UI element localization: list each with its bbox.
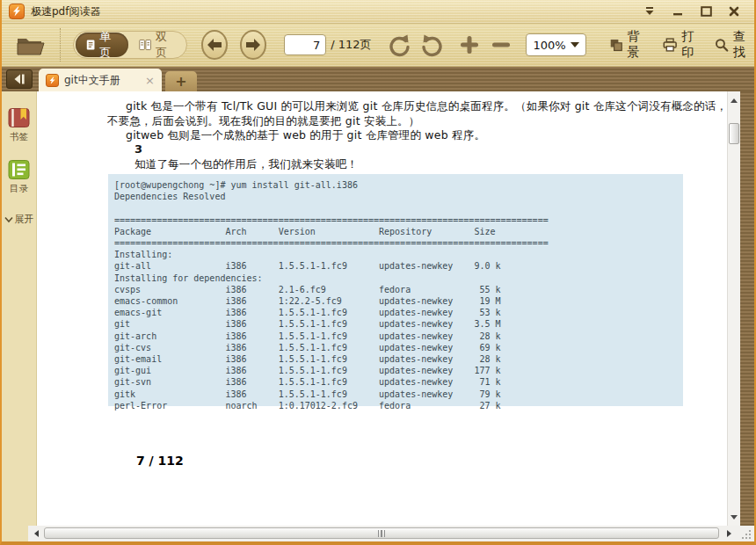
- toc-label: 目录: [10, 183, 28, 195]
- main-toolbar: 单页 双页 / 112页 100%: [2, 24, 754, 67]
- maximize-button[interactable]: [696, 4, 716, 19]
- rotate-right-button[interactable]: [420, 33, 445, 57]
- zoom-in-button[interactable]: [459, 34, 480, 55]
- doc-text-line: gitweb 包则是一个成熟的基于 web 的用于 git 仓库管理的 web …: [126, 128, 485, 143]
- single-page-button[interactable]: 单页: [76, 33, 128, 57]
- open-file-button[interactable]: [14, 32, 47, 58]
- title-bar: 极速pdf阅读器: [2, 0, 754, 24]
- thumb-grip-icon: [384, 530, 386, 537]
- background-button[interactable]: 背景: [609, 29, 649, 61]
- triangle-left-icon: [34, 530, 39, 537]
- resize-grip-icon[interactable]: [738, 527, 752, 540]
- previous-page-button[interactable]: [201, 30, 228, 60]
- toc-list-icon: [7, 159, 31, 180]
- printer-icon: [663, 37, 677, 53]
- scroll-right-button[interactable]: [722, 527, 736, 541]
- page-mode-toggle: 单页 双页: [73, 31, 187, 59]
- zoom-out-button[interactable]: [491, 34, 512, 55]
- window-controls: [640, 4, 747, 19]
- toc-button[interactable]: 目录: [7, 159, 31, 195]
- find-button[interactable]: 查找: [715, 29, 754, 61]
- vertical-scrollbar[interactable]: [727, 91, 740, 526]
- toolbar-separator: [60, 28, 61, 62]
- doc-text-line: 不要急，后面会说到。现在我们的目的就是要把 git 安装上。）: [107, 114, 419, 129]
- double-page-label: 双页: [156, 29, 174, 61]
- tab-title: git中文手册: [64, 73, 120, 88]
- triangle-up-icon: [731, 98, 738, 103]
- pdf-doc-icon: [46, 74, 59, 87]
- background-label: 背景: [628, 29, 649, 61]
- terminal-text: [root@wupengchong ~]# yum install git-al…: [108, 174, 683, 411]
- doc-text-line: gitk 包是一个带有 Tcl/Tk GUI 的可以用来浏览 git 仓库历史信…: [126, 99, 727, 114]
- print-label: 打印: [681, 29, 702, 61]
- thumb-grip-icon: [378, 530, 380, 537]
- double-page-button[interactable]: 双页: [128, 33, 185, 57]
- collapse-sidebar-button[interactable]: [6, 69, 33, 89]
- page-total-label: / 112页: [331, 37, 371, 53]
- tab-git-manual[interactable]: git中文手册 ×: [39, 69, 162, 91]
- print-button[interactable]: 打印: [663, 29, 703, 61]
- single-page-label: 单页: [99, 29, 118, 61]
- bookmarks-label: 书签: [10, 131, 28, 143]
- scroll-left-button[interactable]: [29, 527, 43, 541]
- tab-close-icon[interactable]: ×: [145, 75, 155, 86]
- main-area: 书签 目录 展开 gitk 包是一个带有 Tcl/Tk GUI 的可以用来浏览 …: [2, 91, 754, 526]
- bottom-left-spacer: [2, 526, 28, 541]
- thumb-grip-icon: [381, 530, 382, 537]
- tab-bar: git中文手册 × +: [2, 67, 754, 91]
- zoom-level-value: 100%: [533, 39, 565, 52]
- new-tab-button[interactable]: +: [165, 71, 197, 91]
- right-frame-strip: [740, 91, 754, 526]
- layers-icon: [609, 37, 623, 53]
- scroll-down-button[interactable]: [728, 510, 740, 524]
- bookmark-book-icon: [7, 107, 31, 128]
- scroll-up-button[interactable]: [728, 93, 740, 107]
- rotate-left-button[interactable]: [387, 33, 411, 57]
- search-icon: [715, 37, 729, 53]
- chevron-down-icon: [4, 216, 13, 223]
- app-logo-icon: [9, 4, 25, 19]
- bookmarks-button[interactable]: 书签: [7, 107, 31, 143]
- horizontal-scrollbar[interactable]: [2, 526, 754, 541]
- expand-label: 展开: [15, 213, 34, 226]
- triangle-down-icon: [731, 515, 738, 520]
- vertical-scroll-thumb[interactable]: [729, 123, 739, 144]
- page-number-input[interactable]: [284, 34, 326, 55]
- skin-menu-button[interactable]: [640, 4, 659, 19]
- triangle-right-icon: [727, 530, 731, 537]
- minimize-button[interactable]: [668, 4, 687, 19]
- app-window: 极速pdf阅读器 单页: [0, 0, 756, 545]
- zoom-level-select[interactable]: 100%: [526, 33, 586, 56]
- horizontal-scroll-thumb[interactable]: [44, 527, 719, 539]
- close-button[interactable]: [724, 4, 744, 19]
- chevron-down-icon: [571, 42, 579, 47]
- expand-button[interactable]: 展开: [4, 213, 34, 226]
- doc-footnote-number: 3: [134, 142, 142, 156]
- page-footer-number: 7 / 112: [136, 454, 184, 468]
- window-title: 极速pdf阅读器: [31, 4, 100, 19]
- pdf-page[interactable]: gitk 包是一个带有 Tcl/Tk GUI 的可以用来浏览 git 仓库历史信…: [37, 91, 727, 526]
- next-page-button[interactable]: [240, 30, 266, 60]
- doc-text-line: 知道了每一个包的作用后，我们就来安装吧！: [134, 157, 358, 172]
- terminal-output-block: [root@wupengchong ~]# yum install git-al…: [108, 174, 683, 406]
- collapse-left-icon: [13, 74, 25, 84]
- find-label: 查找: [733, 29, 754, 61]
- left-rail: 书签 目录 展开: [2, 91, 37, 526]
